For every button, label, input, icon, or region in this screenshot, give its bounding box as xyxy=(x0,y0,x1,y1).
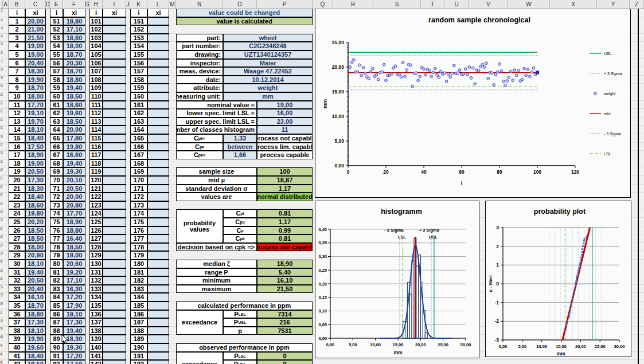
cell-xi[interactable]: 20,20 xyxy=(25,218,46,226)
cell-xi[interactable] xyxy=(147,59,169,67)
chart-probability-plot[interactable]: probability plot-3-2-101230,005,0010,001… xyxy=(485,201,631,357)
cell-xi[interactable]: 19,60 xyxy=(25,343,46,352)
cell-i[interactable]: 181 xyxy=(130,268,147,276)
info-value[interactable]: weight xyxy=(223,84,313,92)
cell-xi[interactable] xyxy=(103,318,126,327)
cell-i[interactable]: 12 xyxy=(9,109,25,118)
cell-i[interactable]: 104 xyxy=(89,42,103,50)
cell-i[interactable]: 130 xyxy=(89,260,103,268)
cell-i[interactable]: 185 xyxy=(130,302,147,310)
cell-i[interactable]: 34 xyxy=(9,293,25,302)
cell-xi[interactable] xyxy=(147,67,169,76)
chart-random-sample[interactable]: random sample chronological0,005,0010,00… xyxy=(315,6,631,198)
cell-xi[interactable]: 21,50 xyxy=(25,34,46,42)
row-header-23[interactable]: 23 xyxy=(0,193,3,201)
cell-xi[interactable] xyxy=(147,151,169,159)
cell-i[interactable]: 156 xyxy=(130,59,147,67)
column-header-Z[interactable]: Z xyxy=(630,0,644,9)
cell-xi[interactable] xyxy=(103,285,126,293)
cpk-limit-value[interactable]: between xyxy=(223,143,257,151)
cell-i[interactable]: 23 xyxy=(9,201,25,209)
cell-xi[interactable]: 19,90 xyxy=(25,335,46,343)
cell-i[interactable]: 6 xyxy=(9,59,25,67)
cell-xi[interactable]: 19,00 xyxy=(25,159,46,167)
cell-xi[interactable] xyxy=(103,226,126,234)
cell-xi[interactable]: 19,90 xyxy=(25,76,46,84)
cell-xi[interactable]: 18,70 xyxy=(25,84,46,92)
cell-i[interactable]: 56 xyxy=(50,59,63,67)
cell-xi[interactable] xyxy=(103,126,126,134)
row-header-32[interactable]: 32 xyxy=(0,268,3,277)
column-header-D[interactable]: D xyxy=(46,0,50,9)
cell-i[interactable]: 190 xyxy=(130,343,147,352)
cell-i[interactable]: 138 xyxy=(89,327,103,335)
cell-i[interactable]: 39 xyxy=(9,335,25,343)
cell-xi[interactable] xyxy=(103,109,126,118)
row-header-38[interactable]: 38 xyxy=(0,318,3,327)
row-header-40[interactable]: 40 xyxy=(0,335,3,343)
cell-xi[interactable] xyxy=(103,335,126,343)
cell-xi[interactable] xyxy=(147,209,169,218)
cell-i[interactable]: 88 xyxy=(50,327,63,335)
cell-i[interactable]: 67 xyxy=(50,151,63,159)
cell-xi[interactable]: 19,40 xyxy=(25,268,46,276)
cell-xi[interactable] xyxy=(103,243,126,251)
cell-xi[interactable] xyxy=(147,42,169,50)
cell-xi[interactable]: 20,40 xyxy=(25,285,46,293)
cell-i[interactable]: 40 xyxy=(9,343,25,352)
info-value[interactable]: 10.12.2014 xyxy=(223,76,313,84)
cell-i[interactable]: 35 xyxy=(9,302,25,310)
cell-xi[interactable]: 18,80 xyxy=(63,226,85,234)
cell-i[interactable]: 55 xyxy=(50,50,63,59)
cell-xi[interactable]: 17,50 xyxy=(63,360,85,364)
cell-xi[interactable] xyxy=(147,310,169,318)
cell-i[interactable]: 25 xyxy=(9,218,25,226)
cell-i[interactable]: 20 xyxy=(9,176,25,185)
cell-xi[interactable]: 18,00 xyxy=(25,92,46,101)
row-header-16[interactable]: 16 xyxy=(0,134,3,143)
cell-i[interactable]: 53 xyxy=(50,34,63,42)
cell-i[interactable]: 57 xyxy=(50,67,63,76)
cell-xi[interactable]: 18,40 xyxy=(25,134,46,143)
cell-i[interactable]: 188 xyxy=(130,327,147,335)
cell-xi[interactable] xyxy=(103,268,126,276)
cell-xi[interactable]: 20,30 xyxy=(63,59,85,67)
cell-i[interactable]: 71 xyxy=(50,185,63,193)
cell-xi[interactable] xyxy=(103,209,126,218)
spec-value[interactable]: 16,00 xyxy=(257,109,313,118)
cell-i[interactable]: 86 xyxy=(50,310,63,318)
cell-xi[interactable]: 18,00 xyxy=(25,243,46,251)
cell-i[interactable]: 69 xyxy=(50,167,63,176)
cell-xi[interactable] xyxy=(147,302,169,310)
cell-i[interactable]: 9 xyxy=(9,84,25,92)
row-header-35[interactable]: 35 xyxy=(0,293,3,302)
cell-i[interactable]: 103 xyxy=(89,34,103,42)
cell-xi[interactable]: 17,70 xyxy=(25,101,46,109)
info-value[interactable]: UZT1340124357 xyxy=(223,50,313,59)
column-header-L[interactable]: L xyxy=(147,0,169,9)
cell-xi[interactable] xyxy=(147,134,169,143)
cell-i[interactable]: 183 xyxy=(130,285,147,293)
cell-i[interactable]: 64 xyxy=(50,126,63,134)
cell-i[interactable]: 110 xyxy=(89,92,103,101)
cell-i[interactable]: 111 xyxy=(89,101,103,109)
cell-i[interactable]: 152 xyxy=(130,25,147,34)
cell-i[interactable]: 175 xyxy=(130,218,147,226)
cell-i[interactable]: 27 xyxy=(9,234,25,243)
cell-xi[interactable] xyxy=(147,268,169,276)
cell-i[interactable]: 177 xyxy=(130,234,147,243)
cell-i[interactable]: 120 xyxy=(89,176,103,185)
row-header-27[interactable]: 27 xyxy=(0,226,3,235)
column-header-U[interactable]: U xyxy=(444,0,469,9)
column-header-Q[interactable]: Q xyxy=(313,0,333,9)
column-header-I[interactable]: I xyxy=(103,0,126,9)
cell-i[interactable]: 61 xyxy=(50,101,63,109)
cell-xi[interactable]: 18,90 xyxy=(63,218,85,226)
cell-i[interactable]: 127 xyxy=(89,234,103,243)
cell-i[interactable]: 133 xyxy=(89,285,103,293)
cell-xi[interactable] xyxy=(103,151,126,159)
cell-xi[interactable] xyxy=(103,276,126,285)
cell-i[interactable]: 1 xyxy=(9,17,25,25)
column-header-A[interactable]: A xyxy=(3,0,9,9)
cell-xi[interactable]: 18,70 xyxy=(25,302,46,310)
